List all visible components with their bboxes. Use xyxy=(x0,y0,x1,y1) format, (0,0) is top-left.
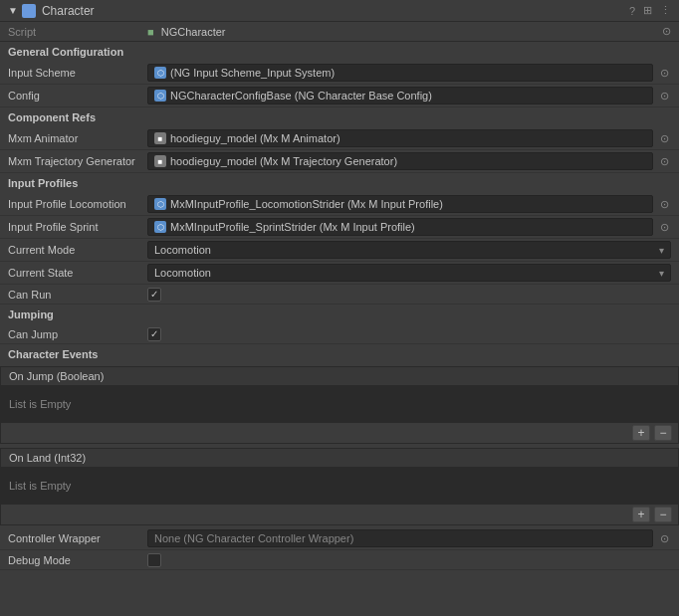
input-scheme-icon: ⬡ xyxy=(154,67,166,79)
on-land-event-footer: + − xyxy=(1,504,678,524)
can-jump-value xyxy=(147,327,671,341)
input-profiles-header: Input Profiles xyxy=(0,173,679,193)
inspector-panel: General Configuration Input Scheme ⬡ (NG… xyxy=(0,42,679,570)
input-profile-sprint-icon: ⬡ xyxy=(154,221,166,233)
input-profile-locomotion-value: ⬡ MxMInputProfile_LocomotionStrider (Mx … xyxy=(147,195,671,213)
config-field[interactable]: ⬡ NGCharacterConfigBase (NG Character Ba… xyxy=(147,87,653,104)
general-config-section: General Configuration Input Scheme ⬡ (NG… xyxy=(0,42,679,107)
debug-mode-value xyxy=(147,553,671,567)
config-settings-icon[interactable]: ⊙ xyxy=(657,90,671,103)
on-jump-event-header: On Jump (Boolean) xyxy=(1,367,678,386)
input-profile-locomotion-icon: ⬡ xyxy=(154,198,166,210)
controller-wrapper-value: None (NG Character Controller Wrapper) ⊙ xyxy=(147,529,671,547)
can-run-value xyxy=(147,288,671,302)
title-bar-icons: ▼ xyxy=(8,4,36,18)
on-land-remove-button[interactable]: − xyxy=(654,507,672,522)
script-settings-icon[interactable]: ⊙ xyxy=(662,25,671,38)
on-jump-event-empty: List is Empty xyxy=(1,386,678,422)
debug-mode-checkbox[interactable] xyxy=(147,553,161,567)
input-profile-sprint-label: Input Profile Sprint xyxy=(8,221,147,233)
mxm-trajectory-value: ■ hoodieguy_model (Mx M Trajectory Gener… xyxy=(147,152,671,170)
on-land-event-header: On Land (Int32) xyxy=(1,449,678,468)
component-refs-header: Component Refs xyxy=(0,107,679,127)
controller-wrapper-row: Controller Wrapper None (NG Character Co… xyxy=(0,527,679,550)
character-events-header: Character Events xyxy=(0,344,679,364)
mxm-animator-settings-icon[interactable]: ⊙ xyxy=(657,132,671,145)
on-land-event-empty: List is Empty xyxy=(1,468,678,504)
on-jump-add-button[interactable]: + xyxy=(632,425,650,441)
jumping-section: Jumping Can Jump xyxy=(0,305,679,344)
on-land-event: On Land (Int32) List is Empty + − xyxy=(0,448,679,525)
character-events-section: Character Events On Jump (Boolean) List … xyxy=(0,344,679,525)
input-scheme-value: ⬡ (NG Input Scheme_Input System) ⊙ xyxy=(147,64,671,82)
current-mode-arrow-icon: ▾ xyxy=(659,245,664,256)
mxm-animator-icon: ■ xyxy=(154,132,166,144)
can-run-row: Can Run xyxy=(0,285,679,305)
current-mode-label: Current Mode xyxy=(8,244,147,256)
input-scheme-field[interactable]: ⬡ (NG Input Scheme_Input System) xyxy=(147,64,653,82)
current-state-select[interactable]: Locomotion ▾ xyxy=(147,264,671,282)
current-state-row: Current State Locomotion ▾ xyxy=(0,262,679,285)
controller-wrapper-field[interactable]: None (NG Character Controller Wrapper) xyxy=(147,529,653,547)
mxm-trajectory-label: Mxm Trajectory Generator xyxy=(8,155,147,167)
can-run-checkbox[interactable] xyxy=(147,288,161,302)
debug-mode-row: Debug Mode xyxy=(0,550,679,570)
input-profile-sprint-settings-icon[interactable]: ⊙ xyxy=(657,221,671,234)
layers-icon[interactable]: ⊞ xyxy=(643,4,652,17)
on-land-add-button[interactable]: + xyxy=(632,507,650,522)
on-jump-remove-button[interactable]: − xyxy=(654,425,672,441)
input-scheme-row: Input Scheme ⬡ (NG Input Scheme_Input Sy… xyxy=(0,62,679,85)
title-bar-actions: ? ⊞ ⋮ xyxy=(629,4,671,17)
mxm-trajectory-icon: ■ xyxy=(154,155,166,167)
help-icon[interactable]: ? xyxy=(629,5,635,17)
mxm-animator-row: Mxm Animator ■ hoodieguy_model (Mx M Ani… xyxy=(0,127,679,150)
general-config-header: General Configuration xyxy=(0,42,679,62)
input-profile-locomotion-field[interactable]: ⬡ MxMInputProfile_LocomotionStrider (Mx … xyxy=(147,195,653,213)
config-label: Config xyxy=(8,90,147,102)
input-scheme-label: Input Scheme xyxy=(8,67,147,79)
current-state-value: Locomotion ▾ xyxy=(147,264,671,282)
mxm-trajectory-field[interactable]: ■ hoodieguy_model (Mx M Trajectory Gener… xyxy=(147,152,653,170)
can-run-label: Can Run xyxy=(8,289,147,301)
menu-icon[interactable]: ⋮ xyxy=(660,4,671,17)
current-state-label: Current State xyxy=(8,267,147,279)
can-jump-row: Can Jump xyxy=(0,324,679,344)
on-jump-event-footer: + − xyxy=(1,422,678,443)
input-profiles-section: Input Profiles Input Profile Locomotion … xyxy=(0,173,679,305)
script-file-icon: ■ xyxy=(147,26,154,38)
mxm-animator-field[interactable]: ■ hoodieguy_model (Mx M Animator) xyxy=(147,129,653,147)
mxm-animator-value: ■ hoodieguy_model (Mx M Animator) ⊙ xyxy=(147,129,671,147)
input-profile-locomotion-label: Input Profile Locomotion xyxy=(8,198,147,210)
jumping-header: Jumping xyxy=(0,305,679,324)
input-profile-locomotion-settings-icon[interactable]: ⊙ xyxy=(657,198,671,211)
current-mode-value: Locomotion ▾ xyxy=(147,241,671,259)
controller-wrapper-label: Controller Wrapper xyxy=(8,532,147,544)
input-scheme-settings-icon[interactable]: ⊙ xyxy=(657,67,671,80)
script-row: Script ■ NGCharacter ⊙ xyxy=(0,22,679,42)
title-bar: ▼ Character ? ⊞ ⋮ xyxy=(0,0,679,22)
config-value: ⬡ NGCharacterConfigBase (NG Character Ba… xyxy=(147,87,671,104)
on-jump-event: On Jump (Boolean) List is Empty + − xyxy=(0,366,679,444)
input-profile-locomotion-row: Input Profile Locomotion ⬡ MxMInputProfi… xyxy=(0,193,679,216)
config-row: Config ⬡ NGCharacterConfigBase (NG Chara… xyxy=(0,85,679,107)
can-jump-label: Can Jump xyxy=(8,328,147,340)
fold-arrow-icon[interactable]: ▼ xyxy=(8,5,18,16)
mxm-animator-label: Mxm Animator xyxy=(8,132,147,144)
mxm-trajectory-settings-icon[interactable]: ⊙ xyxy=(657,155,671,168)
script-label: Script xyxy=(8,26,147,38)
can-jump-checkbox[interactable] xyxy=(147,327,161,341)
input-profile-sprint-row: Input Profile Sprint ⬡ MxMInputProfile_S… xyxy=(0,216,679,239)
input-profile-sprint-field[interactable]: ⬡ MxMInputProfile_SprintStrider (Mx M In… xyxy=(147,218,653,236)
mxm-trajectory-row: Mxm Trajectory Generator ■ hoodieguy_mod… xyxy=(0,150,679,173)
config-icon: ⬡ xyxy=(154,90,166,102)
component-icon xyxy=(22,4,36,18)
component-refs-section: Component Refs Mxm Animator ■ hoodieguy_… xyxy=(0,107,679,173)
current-state-arrow-icon: ▾ xyxy=(659,268,664,279)
current-mode-row: Current Mode Locomotion ▾ xyxy=(0,239,679,262)
debug-mode-label: Debug Mode xyxy=(8,554,147,566)
current-mode-select[interactable]: Locomotion ▾ xyxy=(147,241,671,259)
controller-wrapper-settings-icon[interactable]: ⊙ xyxy=(657,532,671,545)
input-profile-sprint-value: ⬡ MxMInputProfile_SprintStrider (Mx M In… xyxy=(147,218,671,236)
component-title: Character xyxy=(42,4,629,18)
script-value: ■ NGCharacter xyxy=(147,26,662,38)
